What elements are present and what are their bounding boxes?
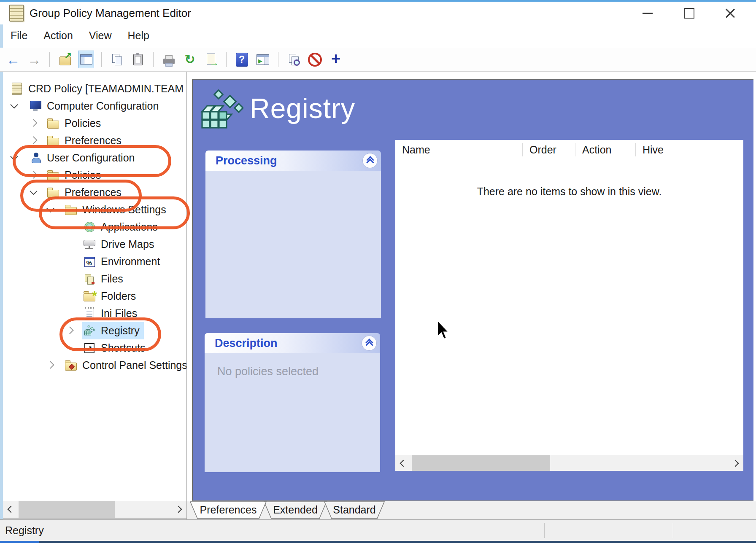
- tree-item-environment[interactable]: %Environment: [3, 253, 186, 270]
- paste-icon[interactable]: [130, 51, 146, 68]
- toolbar: ←→↗↻→?▶+: [0, 48, 756, 72]
- tree-item-label: User Configuration: [47, 152, 135, 164]
- tree-item-label: Ini Files: [101, 307, 137, 320]
- back-icon[interactable]: ←: [5, 51, 21, 68]
- tree-item-computer-configuration[interactable]: Computer Configuration: [3, 97, 186, 115]
- status-bar-separator: [544, 523, 545, 538]
- expander-chevron-down-icon[interactable]: [46, 204, 54, 212]
- scroll-right-button[interactable]: [172, 501, 186, 518]
- expander-chevron-down-icon[interactable]: [30, 187, 37, 195]
- ini-files-icon: [83, 307, 96, 320]
- expander-chevron-right-icon[interactable]: [30, 119, 37, 126]
- tree-item-control-panel-settings[interactable]: Control Panel Settings: [3, 357, 186, 374]
- scroll-right-icon: [732, 460, 739, 467]
- tree-item-folders[interactable]: *Folders: [3, 288, 186, 305]
- tree-item-label: Preferences: [65, 186, 122, 199]
- tree-item-preferences[interactable]: Preferences: [3, 132, 186, 149]
- forward-icon[interactable]: →: [26, 51, 42, 68]
- minimize-button[interactable]: [640, 6, 655, 20]
- scrollbar-thumb[interactable]: [19, 501, 115, 518]
- tree-item-shortcuts[interactable]: ↗Shortcuts: [3, 339, 186, 357]
- toolbar-separator: [226, 52, 227, 67]
- registry-icon: [83, 325, 96, 337]
- tree-item-label: Control Panel Settings: [82, 359, 187, 371]
- scrollbar-thumb[interactable]: [412, 455, 550, 471]
- column-header-order[interactable]: Order: [523, 143, 575, 156]
- expander-chevron-down-icon[interactable]: [10, 101, 18, 108]
- add-icon[interactable]: +: [328, 51, 344, 68]
- expander-chevron-right-icon[interactable]: [66, 326, 73, 334]
- processing-panel: Processing: [205, 151, 381, 318]
- description-panel-title: Description: [215, 337, 278, 350]
- menu-item-action[interactable]: Action: [43, 30, 73, 42]
- help-icon[interactable]: ?: [234, 51, 250, 68]
- folder-icon: [47, 169, 59, 182]
- toolbar-separator: [101, 52, 102, 67]
- control-panel-icon: [65, 359, 77, 372]
- export-list-icon[interactable]: →: [203, 51, 219, 68]
- tree-item-label: Environment: [101, 255, 160, 268]
- tree-item-label: Applications: [101, 221, 158, 233]
- scroll-right-icon: [175, 506, 182, 513]
- menu-item-file[interactable]: File: [11, 30, 27, 42]
- tree-item-registry[interactable]: Registry: [3, 322, 186, 339]
- tree-item-label: Registry: [101, 325, 140, 337]
- view-tab-strip: PreferencesExtendedStandard: [187, 501, 756, 519]
- tree-horizontal-scrollbar[interactable]: [3, 501, 186, 519]
- list-horizontal-scrollbar[interactable]: [395, 455, 743, 471]
- expander-chevron-right-icon[interactable]: [30, 136, 37, 144]
- window-left-border: [0, 2, 3, 519]
- applications-icon: [83, 221, 96, 234]
- tree-item-files[interactable]: Files: [3, 270, 186, 288]
- copy-icon[interactable]: [109, 51, 125, 68]
- column-header-name[interactable]: Name: [395, 143, 523, 156]
- close-button[interactable]: [723, 6, 737, 20]
- scroll-left-icon: [8, 506, 15, 513]
- tree-item-policies[interactable]: Policies: [3, 115, 186, 132]
- expander-chevron-right-icon[interactable]: [46, 361, 54, 368]
- refresh-icon[interactable]: ↻: [182, 51, 198, 68]
- tree-item-policies[interactable]: Policies: [3, 167, 186, 184]
- gpo-document-icon: [9, 5, 24, 22]
- menu-item-view[interactable]: View: [89, 30, 112, 42]
- show-action-pane-icon[interactable]: ▶: [255, 51, 271, 68]
- tree-item-applications[interactable]: Applications: [3, 218, 186, 236]
- menu-item-help[interactable]: Help: [128, 30, 149, 42]
- group-policy-management-editor-window: Group Policy Management Editor FileActio…: [0, 0, 756, 543]
- column-header-action[interactable]: Action: [575, 143, 636, 156]
- window-title: Group Policy Management Editor: [30, 7, 191, 20]
- tree-item-windows-settings[interactable]: Windows Settings: [3, 201, 186, 218]
- tab-standard[interactable]: Standard: [324, 501, 385, 519]
- up-one-level-icon[interactable]: ↗: [57, 51, 73, 68]
- preview-icon[interactable]: [286, 51, 302, 68]
- folder-icon: [47, 186, 59, 199]
- collapse-description-button[interactable]: [362, 336, 377, 351]
- tree-item-crd-policy-teamadmin-team[interactable]: CRD Policy [TEAMADMIN.TEAM: [3, 80, 186, 97]
- maximize-button[interactable]: [682, 6, 696, 20]
- status-text: Registry: [5, 524, 44, 537]
- scroll-left-icon: [400, 460, 407, 467]
- prohibit-icon[interactable]: [307, 51, 323, 68]
- scroll-left-button[interactable]: [395, 455, 410, 471]
- show-console-tree-icon[interactable]: [78, 51, 94, 68]
- expander-chevron-down-icon[interactable]: [10, 153, 18, 160]
- scroll-right-button[interactable]: [729, 455, 743, 471]
- tree-item-label: CRD Policy [TEAMADMIN.TEAM: [28, 83, 184, 95]
- scroll-left-button[interactable]: [3, 501, 17, 518]
- description-text: No policies selected: [205, 353, 380, 378]
- tree-item-label: Policies: [65, 169, 101, 181]
- tree-item-drive-maps[interactable]: Drive Maps: [3, 236, 186, 253]
- result-pane-title: Registry: [250, 92, 355, 124]
- collapse-processing-button[interactable]: [362, 153, 378, 168]
- column-header-hive[interactable]: Hive: [636, 143, 743, 156]
- tab-preferences[interactable]: Preferences: [190, 501, 267, 519]
- tab-extended[interactable]: Extended: [264, 501, 327, 519]
- tree-item-user-configuration[interactable]: User Configuration: [3, 149, 186, 167]
- print-icon[interactable]: [161, 51, 177, 68]
- expander-chevron-right-icon[interactable]: [30, 171, 37, 178]
- processing-panel-title: Processing: [216, 154, 277, 167]
- window-controls: [640, 6, 756, 20]
- tree-item-preferences[interactable]: Preferences: [3, 184, 186, 201]
- tree-item-ini-files[interactable]: Ini Files: [3, 305, 186, 322]
- user-icon: [29, 152, 42, 164]
